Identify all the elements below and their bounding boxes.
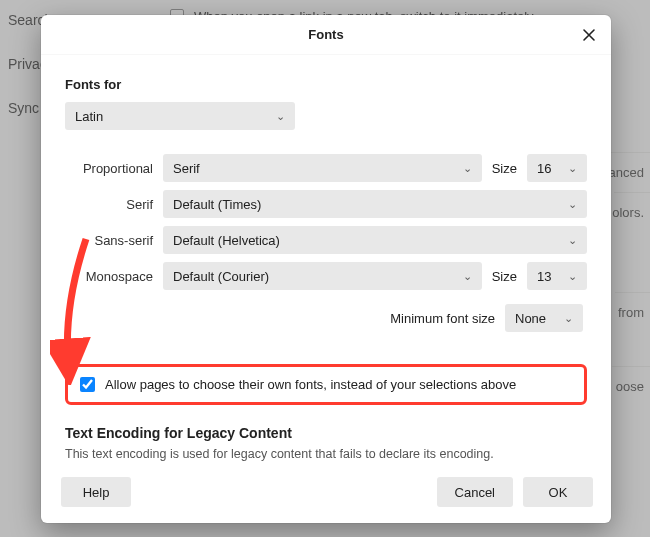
monospace-value: Default (Courier)	[173, 269, 269, 284]
fonts-for-label: Fonts for	[65, 77, 587, 92]
sans-serif-value: Default (Helvetica)	[173, 233, 280, 248]
close-button[interactable]	[577, 23, 601, 47]
allow-pages-own-fonts-label: Allow pages to choose their own fonts, i…	[105, 377, 516, 392]
minimum-font-size-select[interactable]: None ⌄	[505, 304, 583, 332]
chevron-down-icon: ⌄	[568, 198, 577, 211]
allow-pages-own-fonts-checkbox[interactable]	[80, 377, 95, 392]
serif-value: Default (Times)	[173, 197, 261, 212]
proportional-size-value: 16	[537, 161, 551, 176]
monospace-size-select[interactable]: 13 ⌄	[527, 262, 587, 290]
minimum-font-size-value: None	[515, 311, 546, 326]
proportional-size-select[interactable]: 16 ⌄	[527, 154, 587, 182]
sans-serif-select[interactable]: Default (Helvetica) ⌄	[163, 226, 587, 254]
proportional-select[interactable]: Serif ⌄	[163, 154, 482, 182]
dialog-title: Fonts	[308, 27, 343, 42]
monospace-size-value: 13	[537, 269, 551, 284]
dialog-body: Fonts for Latin ⌄ Proportional Serif ⌄ S…	[41, 55, 611, 467]
chevron-down-icon: ⌄	[568, 270, 577, 283]
proportional-value: Serif	[173, 161, 200, 176]
cancel-button[interactable]: Cancel	[437, 477, 513, 507]
allow-pages-own-fonts-row: Allow pages to choose their own fonts, i…	[65, 364, 587, 405]
chevron-down-icon: ⌄	[568, 162, 577, 175]
chevron-down-icon: ⌄	[463, 162, 472, 175]
font-settings-grid: Proportional Serif ⌄ Size 16 ⌄ Serif Def…	[65, 154, 587, 290]
encoding-hint: This text encoding is used for legacy co…	[65, 447, 587, 461]
dialog-footer: Help Cancel OK	[41, 467, 611, 523]
proportional-size-label-wrap: Size	[492, 161, 517, 176]
monospace-label: Monospace	[65, 269, 153, 284]
proportional-size-label: Size	[492, 161, 517, 176]
minimum-font-size-row: Minimum font size None ⌄	[65, 304, 587, 332]
monospace-size-label: Size	[492, 269, 517, 284]
chevron-down-icon: ⌄	[276, 110, 285, 123]
serif-select[interactable]: Default (Times) ⌄	[163, 190, 587, 218]
chevron-down-icon: ⌄	[463, 270, 472, 283]
close-icon	[582, 28, 596, 42]
monospace-select[interactable]: Default (Courier) ⌄	[163, 262, 482, 290]
help-button[interactable]: Help	[61, 477, 131, 507]
monospace-size-label-wrap: Size	[492, 269, 517, 284]
script-select-value: Latin	[75, 109, 103, 124]
sans-serif-label: Sans-serif	[65, 233, 153, 248]
fonts-dialog: Fonts Fonts for Latin ⌄ Proportional Ser…	[41, 15, 611, 523]
proportional-label: Proportional	[65, 161, 153, 176]
dialog-header: Fonts	[41, 15, 611, 55]
script-select[interactable]: Latin ⌄	[65, 102, 295, 130]
chevron-down-icon: ⌄	[568, 234, 577, 247]
encoding-heading: Text Encoding for Legacy Content	[65, 425, 587, 441]
ok-button[interactable]: OK	[523, 477, 593, 507]
serif-label: Serif	[65, 197, 153, 212]
chevron-down-icon: ⌄	[564, 312, 573, 325]
minimum-font-size-label: Minimum font size	[390, 311, 495, 326]
